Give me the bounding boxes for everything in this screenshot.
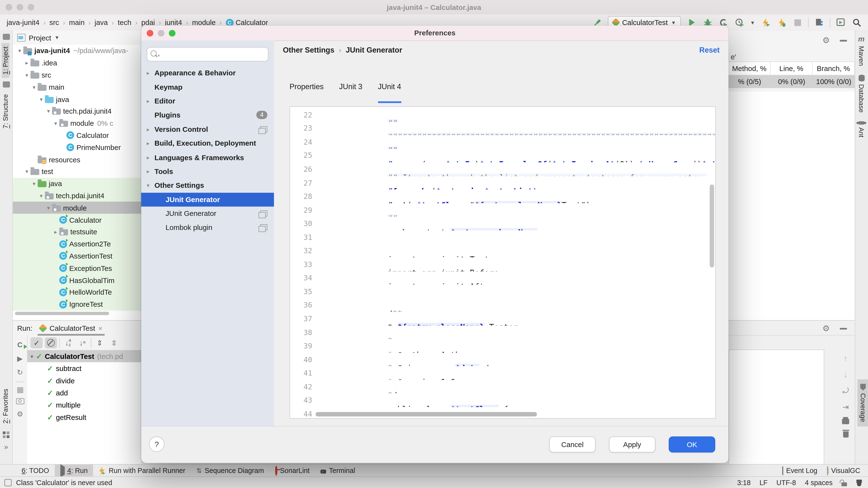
tree-row[interactable]: ▾ test: [13, 165, 141, 178]
expand-arrow-icon[interactable]: ▸: [23, 60, 31, 66]
expand-arrow-icon[interactable]: ▾: [37, 96, 45, 102]
snapshot-icon[interactable]: [16, 398, 24, 404]
zoom-window-icon[interactable]: [28, 4, 34, 10]
tree-row[interactable]: IgnoreTest: [13, 298, 141, 310]
expand-arrow-icon[interactable]: ▾: [37, 193, 45, 199]
expand-arrow-icon[interactable]: ▾: [23, 72, 31, 78]
expand-arrow-icon[interactable]: ▾: [52, 120, 59, 126]
settings-sidebar-item[interactable]: JUnit Generator: [141, 207, 274, 220]
user-plugin-icon[interactable]: [856, 479, 862, 486]
expand-arrow-icon[interactable]: ▸: [147, 70, 155, 76]
status-item[interactable]: 3:18: [737, 479, 751, 487]
expand-arrow-icon[interactable]: ▸: [52, 229, 59, 235]
expand-arrow-icon[interactable]: ▸: [147, 98, 155, 104]
toolwindow-tab[interactable]: Event Log: [782, 465, 817, 477]
breadcrumb-item[interactable]: java-junit4 ›: [6, 18, 50, 26]
clear-icon[interactable]: [843, 431, 848, 437]
settings-sidebar-item[interactable]: Keymap: [141, 80, 274, 94]
tree-row[interactable]: HasGlobalTim: [13, 274, 141, 286]
rerun-failed-icon[interactable]: ▶: [16, 354, 25, 363]
run-tab[interactable]: CalculatorTest ×: [38, 321, 104, 336]
settings-tab[interactable]: Properties: [289, 83, 323, 95]
settings-sidebar-item[interactable]: Plugins 4: [141, 108, 274, 122]
settings-sidebar-item[interactable]: ▸ Tools: [141, 164, 274, 178]
toggle-auto-test-icon[interactable]: ↻: [16, 368, 25, 377]
test-row[interactable]: ✓ divide: [27, 374, 141, 387]
console-output[interactable]: [728, 349, 824, 464]
expand-arrow-icon[interactable]: ▸: [147, 126, 155, 132]
sidebar-item-favorites[interactable]: 2: Favorites: [2, 386, 9, 427]
apply-button[interactable]: Apply: [609, 436, 655, 452]
zoom-dialog-icon[interactable]: [169, 30, 175, 36]
project-panel-header[interactable]: Project ▼: [13, 31, 141, 45]
test-history-icon[interactable]: ⚙: [16, 409, 25, 418]
help-button[interactable]: ?: [149, 436, 164, 452]
close-window-icon[interactable]: [6, 4, 12, 10]
toolwindow-tab[interactable]: >_ Terminal: [315, 465, 361, 477]
sidebar-item-ant[interactable]: Ant: [858, 117, 865, 142]
profiler-button[interactable]: [734, 17, 745, 28]
rerun-lightning-icon[interactable]: [760, 17, 771, 28]
soft-wrap-icon[interactable]: ⤾: [842, 386, 849, 395]
sidebar-item-database[interactable]: Database: [858, 70, 865, 117]
expand-arrow-icon[interactable]: ▾: [23, 169, 31, 175]
gear-icon[interactable]: ⚙: [823, 36, 830, 44]
template-editor[interactable]: 22 ## 23 ###############################…: [289, 106, 716, 419]
tree-row[interactable]: ▾ src: [13, 69, 141, 81]
tree-row[interactable]: PrimeNumber: [13, 142, 141, 154]
expand-arrow-icon[interactable]: ▾: [16, 48, 23, 54]
settings-sidebar-item[interactable]: ▸ Version Control: [141, 122, 274, 136]
cancel-button[interactable]: Cancel: [549, 436, 595, 452]
test-row[interactable]: ✓ multiple: [27, 399, 141, 411]
tree-row[interactable]: ▾ java-junit4 ~/pdai/www/java-: [13, 45, 141, 57]
ok-button[interactable]: OK: [669, 436, 715, 452]
status-item[interactable]: LF: [760, 479, 768, 487]
minimize-dialog-icon[interactable]: [158, 30, 164, 36]
tree-row[interactable]: Assertion2Te: [13, 238, 141, 250]
sort-by-duration-icon[interactable]: ↓≡: [76, 337, 88, 348]
test-row[interactable]: ✓ add: [27, 387, 141, 399]
toolwindow-tab[interactable]: ⇅ Sequence Diagram: [191, 465, 270, 477]
project-structure-icon[interactable]: [814, 17, 825, 28]
tree-row[interactable]: ▾ main: [13, 81, 141, 93]
stop-icon[interactable]: [17, 387, 23, 393]
breadcrumb-item[interactable]: src ›: [50, 18, 69, 26]
expand-arrow-icon[interactable]: ▸: [147, 140, 155, 146]
search-everywhere-icon[interactable]: [851, 17, 862, 28]
settings-search[interactable]: ▾: [147, 47, 269, 61]
test-row[interactable]: ✓ subtract: [27, 362, 141, 374]
status-item[interactable]: 4 spaces: [805, 479, 832, 487]
coverage-column-header[interactable]: Line, %: [771, 62, 813, 75]
editor-hscrollbar-thumb[interactable]: [316, 412, 537, 417]
sidebar-item-project[interactable]: 1: Project: [2, 43, 9, 78]
sidebar-item-coverage[interactable]: Coverage: [858, 379, 868, 426]
tree-row[interactable]: ▾ java: [13, 93, 141, 105]
settings-sidebar-item[interactable]: Lombok plugin: [141, 220, 274, 235]
print-icon[interactable]: [842, 419, 849, 424]
debug-lightning-icon[interactable]: [776, 17, 787, 28]
tree-row[interactable]: AssertionTest: [13, 250, 141, 262]
hide-panel-icon[interactable]: [840, 328, 847, 330]
expand-arrow-icon[interactable]: ▾: [45, 205, 52, 211]
toolwindow-tab[interactable]: 4: Run: [55, 465, 93, 477]
expand-arrow-icon[interactable]: ▾: [147, 182, 155, 188]
gear-icon[interactable]: ⚙: [823, 324, 830, 332]
down-arrow-icon[interactable]: ↓: [843, 370, 847, 379]
scrollbar-thumb[interactable]: [15, 312, 109, 315]
coverage-column-header[interactable]: Method, %: [728, 62, 771, 75]
test-root-row[interactable]: ▾ ✓ CalculatorTest (tech.pd: [27, 350, 141, 362]
profiler-chevron-icon[interactable]: ▼: [750, 20, 755, 25]
toolwindow-tab[interactable]: VisualGC: [827, 465, 860, 477]
rerun-tests-icon[interactable]: C: [16, 340, 25, 349]
expand-arrow-icon[interactable]: ▸: [147, 169, 155, 175]
expand-arrow-icon[interactable]: ▾: [31, 84, 38, 90]
unlock-icon[interactable]: [841, 482, 847, 486]
breadcrumb-item[interactable]: tech ›: [118, 18, 141, 26]
toolwindow-tab[interactable]: SonarLint: [270, 465, 315, 477]
tree-row[interactable]: ▾ java: [13, 178, 141, 190]
show-ignored-toggle[interactable]: [45, 337, 57, 348]
toolwindow-tab[interactable]: Run with Parallel Runner: [93, 465, 191, 477]
tree-row[interactable]: ▾ tech.pdai.junit4: [13, 105, 141, 117]
show-passed-toggle[interactable]: ✓: [31, 337, 42, 348]
scroll-to-end-icon[interactable]: ⇥: [842, 403, 849, 412]
